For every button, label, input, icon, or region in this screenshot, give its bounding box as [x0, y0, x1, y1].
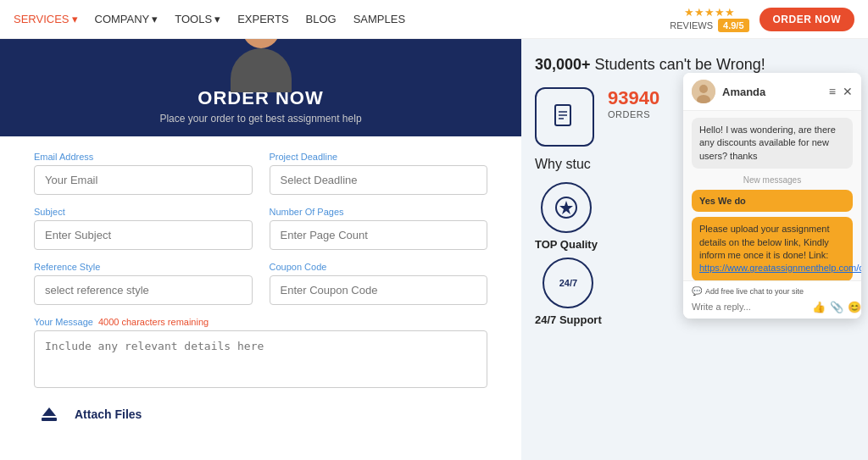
order-now-button[interactable]: ORDER NOW — [760, 8, 855, 31]
email-label: Email Address — [34, 152, 253, 162]
chat-promo: 💬 Add free live chat to your site — [692, 286, 853, 296]
support-icon-text: 24/7 — [559, 278, 577, 288]
quality-col: TOP Quality — [535, 182, 598, 251]
reviews-section: ★★★★★ REVIEWS 4.9/5 — [670, 6, 748, 32]
chat-promo-icon: 💬 — [692, 286, 702, 296]
pages-group: Number Of Pages — [270, 207, 488, 250]
message-label-row: Your Message 4000 characters remaining — [34, 317, 487, 327]
message-textarea[interactable] — [34, 330, 487, 388]
hero-subtitle: Place your order to get best assignment … — [159, 113, 361, 125]
hero-person — [231, 39, 292, 92]
attach-label[interactable]: Attach Files — [75, 407, 142, 421]
nav-right: ★★★★★ REVIEWS 4.9/5 ORDER NOW — [670, 6, 854, 32]
chat-avatar — [692, 80, 715, 103]
chat-footer: 💬 Add free live chat to your site 👍 📎 😊 — [683, 280, 861, 319]
email-input[interactable] — [34, 165, 253, 195]
message-label: Your Message — [34, 317, 93, 327]
quality-icon — [553, 194, 580, 221]
students-title: 30,000+ Students can't be Wrong! — [535, 56, 854, 74]
deadline-label: Project Deadline — [270, 152, 488, 162]
subject-label: Subject — [34, 207, 253, 217]
nav-tools[interactable]: TOOLS ▾ — [175, 13, 220, 25]
quality-icon-box — [541, 182, 592, 233]
chat-close-button[interactable]: ✕ — [843, 85, 853, 98]
chat-new-messages-divider: New messages — [692, 175, 853, 185]
coupon-group: Coupon Code — [270, 262, 488, 305]
orders-stat: 93940 ORDERS — [608, 87, 659, 119]
chat-menu-button[interactable]: ≡ — [829, 85, 836, 98]
chat-input-row: 👍 📎 😊 — [692, 300, 853, 313]
chat-sent-reply-long: Please upload your assignment details on… — [692, 217, 853, 280]
chat-received-message: Hello! I was wondering, are there any di… — [692, 118, 853, 169]
subject-group: Subject — [34, 207, 253, 250]
chat-agent-name: Amanda — [722, 86, 822, 98]
chat-thumbsup-button[interactable]: 👍 — [812, 301, 826, 313]
left-panel: ORDER NOW Place your order to get best a… — [0, 39, 521, 460]
chevron-down-icon: ▾ — [214, 13, 220, 25]
nav-samples[interactable]: SAMPLES — [353, 13, 405, 25]
attach-row: Attach Files — [34, 391, 487, 430]
star-rating: ★★★★★ — [670, 6, 748, 19]
form-row-2: Subject Number Of Pages — [34, 207, 487, 250]
coupon-input[interactable] — [270, 275, 488, 305]
orders-icon-box — [535, 87, 594, 147]
email-group: Email Address — [34, 152, 253, 195]
support-icon-box: 24/7 — [542, 258, 593, 308]
chat-emoji-button[interactable]: 😊 — [848, 301, 861, 313]
navbar: SERVICES ▾ COMPANY ▾ TOOLS ▾ EXPERTS BLO… — [0, 0, 868, 39]
rating-badge: 4.9/5 — [718, 19, 748, 32]
deadline-group: Project Deadline — [270, 152, 488, 195]
chat-link[interactable]: https://www.greatassignmenthelp.com/orde… — [699, 263, 861, 273]
char-count: 4000 characters remaining — [98, 317, 209, 327]
chat-attach-button[interactable]: 📎 — [830, 301, 843, 313]
coupon-label: Coupon Code — [270, 262, 488, 272]
nav-experts[interactable]: EXPERTS — [237, 13, 288, 25]
deadline-input[interactable] — [270, 165, 488, 195]
chevron-down-icon: ▾ — [152, 13, 158, 25]
nav-left: SERVICES ▾ COMPANY ▾ TOOLS ▾ EXPERTS BLO… — [14, 13, 405, 25]
chat-header: Amanda ≡ ✕ — [683, 73, 861, 111]
attach-icon — [34, 399, 64, 430]
reference-group: Reference Style — [34, 262, 253, 305]
orders-number: 93940 — [608, 87, 659, 109]
chat-footer-actions: 👍 📎 😊 — [812, 301, 861, 313]
nav-blog[interactable]: BLOG — [306, 13, 337, 25]
pages-label: Number Of Pages — [270, 207, 488, 217]
upload-base-icon — [42, 418, 57, 421]
nav-services[interactable]: SERVICES ▾ — [14, 13, 78, 25]
chat-actions: ≡ ✕ — [829, 85, 853, 98]
subject-input[interactable] — [34, 220, 253, 250]
pages-input[interactable] — [270, 220, 488, 250]
nav-company[interactable]: COMPANY ▾ — [95, 13, 159, 25]
form-row-1: Email Address Project Deadline — [34, 152, 487, 195]
svg-marker-5 — [559, 201, 573, 214]
support-label: 24/7 Support — [535, 313, 602, 326]
hero-section: ORDER NOW Place your order to get best a… — [0, 39, 521, 136]
reference-input[interactable] — [34, 275, 253, 305]
chat-sent-reply-yes: Yes We do — [692, 190, 853, 212]
form-area: Email Address Project Deadline Subject N… — [0, 136, 521, 438]
right-panel: 30,000+ Students can't be Wrong! 93940 O… — [521, 39, 868, 460]
svg-point-7 — [699, 85, 708, 93]
reference-label: Reference Style — [34, 262, 253, 272]
avatar-icon — [692, 80, 715, 103]
main-layout: ORDER NOW Place your order to get best a… — [0, 39, 868, 460]
reviews-label: REVIEWS — [670, 20, 713, 30]
support-col: 24/7 24/7 Support — [535, 258, 602, 326]
form-row-3: Reference Style Coupon Code — [34, 262, 487, 305]
person-body — [231, 48, 292, 92]
document-icon — [549, 102, 580, 132]
orders-label: ORDERS — [608, 109, 659, 119]
chevron-down-icon: ▾ — [72, 13, 78, 25]
upload-arrow-icon — [42, 407, 56, 416]
chat-body: Hello! I was wondering, are there any di… — [683, 111, 861, 280]
chat-widget: Amanda ≡ ✕ Hello! I was wondering, are t… — [683, 73, 861, 319]
chat-reply-input[interactable] — [692, 300, 809, 313]
person-head — [242, 39, 280, 48]
quality-label: TOP Quality — [535, 238, 598, 251]
